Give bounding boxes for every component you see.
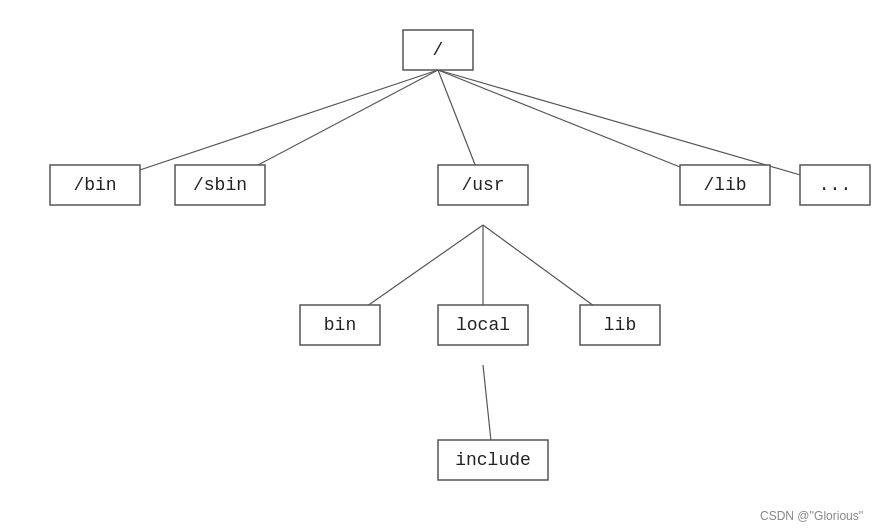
node-etc-label: ... (819, 175, 851, 195)
node-local-label: local (456, 315, 510, 335)
node-sbin-label: /sbin (193, 175, 247, 195)
node-usr-bin-label: bin (324, 315, 356, 335)
node-usr-label: /usr (461, 175, 504, 195)
connector-root-bin (95, 70, 438, 185)
node-lib-label: /lib (703, 175, 746, 195)
node-usr-lib-label: lib (604, 315, 636, 335)
tree-diagram: / /bin /sbin /usr /lib ... bin local lib… (0, 0, 877, 531)
node-root-label: / (433, 40, 444, 60)
watermark: CSDN @''Glorious'' (760, 509, 863, 523)
node-bin-label: /bin (73, 175, 116, 195)
node-include-label: include (455, 450, 531, 470)
